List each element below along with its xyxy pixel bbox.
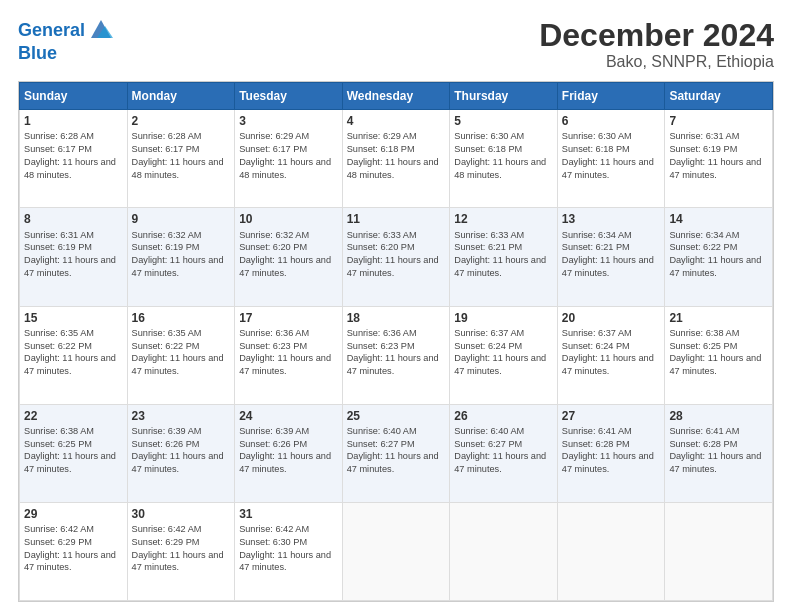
day-info: Sunrise: 6:38 AMSunset: 6:25 PMDaylight:… bbox=[669, 328, 761, 376]
calendar-title: December 2024 bbox=[539, 18, 774, 53]
day-info: Sunrise: 6:39 AMSunset: 6:26 PMDaylight:… bbox=[132, 426, 224, 474]
calendar-cell: 9Sunrise: 6:32 AMSunset: 6:19 PMDaylight… bbox=[127, 208, 235, 306]
day-info: Sunrise: 6:38 AMSunset: 6:25 PMDaylight:… bbox=[24, 426, 116, 474]
calendar-cell: 19Sunrise: 6:37 AMSunset: 6:24 PMDayligh… bbox=[450, 306, 558, 404]
table-row: 22Sunrise: 6:38 AMSunset: 6:25 PMDayligh… bbox=[20, 404, 773, 502]
day-number: 8 bbox=[24, 211, 123, 227]
calendar-cell: 2Sunrise: 6:28 AMSunset: 6:17 PMDaylight… bbox=[127, 110, 235, 208]
col-monday: Monday bbox=[127, 83, 235, 110]
day-number: 17 bbox=[239, 310, 338, 326]
logo-text2: Blue bbox=[18, 43, 57, 63]
day-number: 1 bbox=[24, 113, 123, 129]
day-number: 27 bbox=[562, 408, 661, 424]
day-number: 15 bbox=[24, 310, 123, 326]
calendar-cell: 8Sunrise: 6:31 AMSunset: 6:19 PMDaylight… bbox=[20, 208, 128, 306]
day-number: 5 bbox=[454, 113, 553, 129]
calendar-cell bbox=[450, 502, 558, 600]
calendar-header-row: Sunday Monday Tuesday Wednesday Thursday… bbox=[20, 83, 773, 110]
day-info: Sunrise: 6:30 AMSunset: 6:18 PMDaylight:… bbox=[454, 131, 546, 179]
day-number: 25 bbox=[347, 408, 446, 424]
title-block: December 2024 Bako, SNNPR, Ethiopia bbox=[539, 18, 774, 71]
day-number: 12 bbox=[454, 211, 553, 227]
table-row: 1Sunrise: 6:28 AMSunset: 6:17 PMDaylight… bbox=[20, 110, 773, 208]
calendar: Sunday Monday Tuesday Wednesday Thursday… bbox=[18, 81, 774, 602]
calendar-cell: 22Sunrise: 6:38 AMSunset: 6:25 PMDayligh… bbox=[20, 404, 128, 502]
calendar-cell: 26Sunrise: 6:40 AMSunset: 6:27 PMDayligh… bbox=[450, 404, 558, 502]
calendar-cell: 20Sunrise: 6:37 AMSunset: 6:24 PMDayligh… bbox=[557, 306, 665, 404]
calendar-cell: 1Sunrise: 6:28 AMSunset: 6:17 PMDaylight… bbox=[20, 110, 128, 208]
day-number: 13 bbox=[562, 211, 661, 227]
calendar-cell: 4Sunrise: 6:29 AMSunset: 6:18 PMDaylight… bbox=[342, 110, 450, 208]
day-number: 10 bbox=[239, 211, 338, 227]
calendar-cell: 16Sunrise: 6:35 AMSunset: 6:22 PMDayligh… bbox=[127, 306, 235, 404]
calendar-cell: 25Sunrise: 6:40 AMSunset: 6:27 PMDayligh… bbox=[342, 404, 450, 502]
day-info: Sunrise: 6:28 AMSunset: 6:17 PMDaylight:… bbox=[24, 131, 116, 179]
calendar-cell: 31Sunrise: 6:42 AMSunset: 6:30 PMDayligh… bbox=[235, 502, 343, 600]
day-number: 28 bbox=[669, 408, 768, 424]
day-info: Sunrise: 6:36 AMSunset: 6:23 PMDaylight:… bbox=[347, 328, 439, 376]
day-info: Sunrise: 6:34 AMSunset: 6:21 PMDaylight:… bbox=[562, 230, 654, 278]
day-info: Sunrise: 6:42 AMSunset: 6:29 PMDaylight:… bbox=[132, 524, 224, 572]
calendar-cell: 24Sunrise: 6:39 AMSunset: 6:26 PMDayligh… bbox=[235, 404, 343, 502]
day-info: Sunrise: 6:37 AMSunset: 6:24 PMDaylight:… bbox=[562, 328, 654, 376]
logo: General Blue bbox=[18, 18, 115, 64]
day-info: Sunrise: 6:41 AMSunset: 6:28 PMDaylight:… bbox=[669, 426, 761, 474]
day-info: Sunrise: 6:31 AMSunset: 6:19 PMDaylight:… bbox=[669, 131, 761, 179]
calendar-cell: 5Sunrise: 6:30 AMSunset: 6:18 PMDaylight… bbox=[450, 110, 558, 208]
day-number: 9 bbox=[132, 211, 231, 227]
calendar-cell: 13Sunrise: 6:34 AMSunset: 6:21 PMDayligh… bbox=[557, 208, 665, 306]
day-info: Sunrise: 6:31 AMSunset: 6:19 PMDaylight:… bbox=[24, 230, 116, 278]
day-number: 23 bbox=[132, 408, 231, 424]
day-info: Sunrise: 6:29 AMSunset: 6:17 PMDaylight:… bbox=[239, 131, 331, 179]
day-info: Sunrise: 6:28 AMSunset: 6:17 PMDaylight:… bbox=[132, 131, 224, 179]
page: General Blue December 2024 Bako, SNNPR, … bbox=[0, 0, 792, 612]
col-tuesday: Tuesday bbox=[235, 83, 343, 110]
calendar-cell: 15Sunrise: 6:35 AMSunset: 6:22 PMDayligh… bbox=[20, 306, 128, 404]
day-number: 21 bbox=[669, 310, 768, 326]
day-number: 3 bbox=[239, 113, 338, 129]
col-friday: Friday bbox=[557, 83, 665, 110]
day-number: 7 bbox=[669, 113, 768, 129]
calendar-cell: 30Sunrise: 6:42 AMSunset: 6:29 PMDayligh… bbox=[127, 502, 235, 600]
day-number: 26 bbox=[454, 408, 553, 424]
calendar-cell: 18Sunrise: 6:36 AMSunset: 6:23 PMDayligh… bbox=[342, 306, 450, 404]
calendar-cell: 14Sunrise: 6:34 AMSunset: 6:22 PMDayligh… bbox=[665, 208, 773, 306]
day-info: Sunrise: 6:34 AMSunset: 6:22 PMDaylight:… bbox=[669, 230, 761, 278]
header: General Blue December 2024 Bako, SNNPR, … bbox=[18, 18, 774, 71]
day-number: 14 bbox=[669, 211, 768, 227]
day-number: 19 bbox=[454, 310, 553, 326]
day-number: 24 bbox=[239, 408, 338, 424]
calendar-cell bbox=[665, 502, 773, 600]
calendar-cell: 27Sunrise: 6:41 AMSunset: 6:28 PMDayligh… bbox=[557, 404, 665, 502]
day-number: 20 bbox=[562, 310, 661, 326]
table-row: 8Sunrise: 6:31 AMSunset: 6:19 PMDaylight… bbox=[20, 208, 773, 306]
day-info: Sunrise: 6:33 AMSunset: 6:20 PMDaylight:… bbox=[347, 230, 439, 278]
day-number: 22 bbox=[24, 408, 123, 424]
calendar-cell: 12Sunrise: 6:33 AMSunset: 6:21 PMDayligh… bbox=[450, 208, 558, 306]
calendar-cell: 21Sunrise: 6:38 AMSunset: 6:25 PMDayligh… bbox=[665, 306, 773, 404]
day-info: Sunrise: 6:32 AMSunset: 6:20 PMDaylight:… bbox=[239, 230, 331, 278]
day-number: 29 bbox=[24, 506, 123, 522]
day-info: Sunrise: 6:35 AMSunset: 6:22 PMDaylight:… bbox=[132, 328, 224, 376]
day-info: Sunrise: 6:30 AMSunset: 6:18 PMDaylight:… bbox=[562, 131, 654, 179]
day-number: 4 bbox=[347, 113, 446, 129]
day-info: Sunrise: 6:35 AMSunset: 6:22 PMDaylight:… bbox=[24, 328, 116, 376]
day-number: 18 bbox=[347, 310, 446, 326]
col-saturday: Saturday bbox=[665, 83, 773, 110]
day-number: 11 bbox=[347, 211, 446, 227]
logo-text: General bbox=[18, 21, 85, 41]
day-info: Sunrise: 6:42 AMSunset: 6:29 PMDaylight:… bbox=[24, 524, 116, 572]
day-info: Sunrise: 6:40 AMSunset: 6:27 PMDaylight:… bbox=[347, 426, 439, 474]
day-info: Sunrise: 6:29 AMSunset: 6:18 PMDaylight:… bbox=[347, 131, 439, 179]
calendar-cell: 17Sunrise: 6:36 AMSunset: 6:23 PMDayligh… bbox=[235, 306, 343, 404]
calendar-cell: 3Sunrise: 6:29 AMSunset: 6:17 PMDaylight… bbox=[235, 110, 343, 208]
day-info: Sunrise: 6:41 AMSunset: 6:28 PMDaylight:… bbox=[562, 426, 654, 474]
col-sunday: Sunday bbox=[20, 83, 128, 110]
calendar-cell bbox=[557, 502, 665, 600]
col-wednesday: Wednesday bbox=[342, 83, 450, 110]
calendar-cell bbox=[342, 502, 450, 600]
calendar-cell: 11Sunrise: 6:33 AMSunset: 6:20 PMDayligh… bbox=[342, 208, 450, 306]
day-info: Sunrise: 6:37 AMSunset: 6:24 PMDaylight:… bbox=[454, 328, 546, 376]
day-info: Sunrise: 6:32 AMSunset: 6:19 PMDaylight:… bbox=[132, 230, 224, 278]
day-number: 31 bbox=[239, 506, 338, 522]
